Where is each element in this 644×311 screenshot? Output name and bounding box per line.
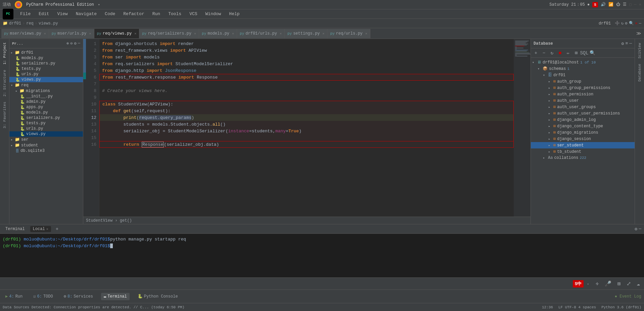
db-django-migrations[interactable]: ▸ ⊞ django_migrations xyxy=(531,129,635,136)
tree-item-apps[interactable]: 🐍 apps.py xyxy=(9,104,83,110)
tab-close-icon[interactable]: ✕ xyxy=(232,32,234,36)
menu-window[interactable]: Window xyxy=(204,11,223,17)
db-django-session[interactable]: ▸ ⊞ django_session xyxy=(531,136,635,142)
tab-settings[interactable]: py settings.py ✕ xyxy=(285,29,327,38)
tree-item-migrations[interactable]: ▸ 📁 migrations xyxy=(9,88,83,94)
breadcrumb-file[interactable]: views.py xyxy=(39,21,58,26)
status-encoding[interactable]: LF UTF-8 4 spaces xyxy=(558,305,596,309)
run-button[interactable]: ▶ 4: Run xyxy=(3,293,25,300)
tab-req-urls[interactable]: py req/urls.py ✕ xyxy=(327,29,370,38)
db-stop-btn[interactable]: ■ xyxy=(556,49,564,57)
db-auth-user[interactable]: ▸ ⊞ auth_user xyxy=(531,97,635,104)
db-sql-btn[interactable]: SQL xyxy=(581,49,588,57)
tab-close-icon[interactable]: ✕ xyxy=(46,227,48,231)
network-icon[interactable]: 📶 xyxy=(608,2,613,7)
event-log[interactable]: ● Event Log xyxy=(615,294,641,299)
tab-close-icon[interactable]: ✕ xyxy=(89,32,91,36)
db-settings-icon[interactable]: ⚙ xyxy=(625,21,627,26)
services-button[interactable]: ⚙ 8: Services xyxy=(61,293,96,300)
activities-label[interactable]: 活动 xyxy=(3,2,11,7)
tree-item-student[interactable]: ▸ 📁 student xyxy=(9,142,83,148)
chevron-down-icon[interactable]: ▾ xyxy=(98,3,100,7)
db-add-icon[interactable]: ➕ xyxy=(615,21,620,26)
local-tab[interactable]: Local ✕ xyxy=(30,226,51,232)
tree-item-init[interactable]: 🐍 __init__.py xyxy=(9,94,83,99)
editor-content[interactable]: 1 2 3 4 5 6 7 8 9 10 11 12 13 14 15 16 xyxy=(83,39,531,217)
tree-item-tests-req[interactable]: 🐍 tests.py xyxy=(9,121,83,126)
db-collations[interactable]: ▸ Aa collations 222 xyxy=(531,155,635,161)
terminal-settings-icon[interactable]: ⚙ xyxy=(635,226,637,232)
menu-help[interactable]: Help xyxy=(228,11,241,17)
db-drf01-item[interactable]: ▾ 🗄 drf01 xyxy=(531,72,635,78)
db-refresh-btn[interactable]: ↻ xyxy=(548,49,556,57)
db-ser-student[interactable]: ▸ ⊞ ser_student xyxy=(531,142,635,148)
db-refresh-icon[interactable]: ↻ xyxy=(621,21,624,26)
tree-item-urls-top[interactable]: 🐍 urls.py xyxy=(9,72,83,77)
power-icon[interactable]: ⏻ xyxy=(616,2,620,7)
tab-req-serializers[interactable]: py req/serializers.py ✕ xyxy=(139,29,199,38)
menu-icon[interactable]: ☰ xyxy=(623,2,627,7)
menu-view[interactable]: View xyxy=(56,11,69,17)
menu-edit[interactable]: Edit xyxy=(37,11,50,17)
tree-item-serializers-top[interactable]: 🐍 serializers.py xyxy=(9,61,83,66)
menu-vcs[interactable]: VCS xyxy=(188,11,198,17)
tree-item-urls-req[interactable]: 🐍 urls.py xyxy=(9,126,83,131)
sciview-tab[interactable]: SciView xyxy=(636,40,643,61)
status-python[interactable]: Python 3.6 (drf01) xyxy=(601,305,641,309)
tab-project[interactable]: 1: Project xyxy=(2,40,7,66)
tree-item-models-req[interactable]: 🐍 models.py xyxy=(9,110,83,115)
breadcrumb-req[interactable]: req xyxy=(26,21,34,26)
db-auth-perm[interactable]: ▸ ⊞ auth_permission xyxy=(531,91,635,97)
tab-close-icon[interactable]: ✕ xyxy=(322,32,324,36)
menu-code[interactable]: Code xyxy=(103,11,117,17)
tab-close-icon[interactable]: ✕ xyxy=(44,32,46,36)
db-django-admin-log[interactable]: ▸ ⊞ django_admin_log xyxy=(531,117,635,123)
tree-item-drf01[interactable]: ▸ 📁 drf01 xyxy=(9,50,83,55)
db-table-btn[interactable]: ⊞ xyxy=(572,49,580,57)
tab-models[interactable]: py models.py ✕ xyxy=(199,29,237,38)
db-minus-btn[interactable]: − xyxy=(540,49,548,57)
tab-mser-views[interactable]: py mser/views.py ✕ xyxy=(1,29,49,38)
code-lines[interactable]: from django.shortcuts import render from… xyxy=(99,39,514,217)
terminal-content[interactable]: (drf01) moluo@ubuntu:~/Desktop/drf/drf01… xyxy=(0,234,644,277)
db-django-content-type[interactable]: ▸ ⊞ django_content_type xyxy=(531,123,635,129)
db-filter2-icon[interactable]: ≡ xyxy=(625,41,628,46)
menu-run[interactable]: Run xyxy=(151,11,162,17)
terminal-tab[interactable]: Terminal xyxy=(3,226,28,232)
editor-scroll-indicator[interactable] xyxy=(514,39,531,217)
tab-drf01-urls[interactable]: py drf01/urls.py ✕ xyxy=(237,29,285,38)
panel-action-minimize[interactable]: ─ xyxy=(78,41,80,46)
db-filter-btn[interactable]: 🔍 xyxy=(589,49,596,57)
menu-tools[interactable]: Tools xyxy=(167,11,183,17)
sogou-icon[interactable]: S xyxy=(592,2,598,7)
db-minimize-icon[interactable]: ─ xyxy=(639,21,641,26)
tab-close-icon[interactable]: ✕ xyxy=(134,32,136,36)
db-auth-group-perm[interactable]: ▸ ⊞ auth_group_permissions xyxy=(531,85,635,91)
db-edit-btn[interactable]: ✏ xyxy=(564,49,572,57)
db-auth-group[interactable]: ▸ ⊞ auth_group xyxy=(531,78,635,85)
terminal-minimize-icon[interactable]: ─ xyxy=(639,226,641,232)
tree-item-tests-top[interactable]: 🐍 tests.py xyxy=(9,66,83,72)
tab-req-views[interactable]: py req/views.py ✕ xyxy=(94,29,140,38)
status-time[interactable]: 12:36 xyxy=(542,305,553,309)
tree-item-admin[interactable]: 🐍 admin.py xyxy=(9,99,83,104)
database-tab[interactable]: Database xyxy=(636,61,643,84)
db-close-icon[interactable]: ✕ xyxy=(635,21,638,26)
db-minimize2-icon[interactable]: ─ xyxy=(629,41,632,46)
tab-favorites[interactable]: 3: Favorites xyxy=(2,100,7,130)
db-auth-user-perm[interactable]: ▸ ⊞ auth_user_user_permissions xyxy=(531,110,635,117)
db-host-item[interactable]: ▾ 🖥 drf01@localhost 1 of 10 xyxy=(531,59,635,65)
tree-item-req-folder[interactable]: ▾ 📁 req xyxy=(9,82,83,88)
breadcrumb-root[interactable]: 📁 xyxy=(3,21,8,26)
panel-action-expand[interactable]: ⊕ xyxy=(66,41,69,46)
db-filter-icon[interactable]: 🔍 xyxy=(629,21,634,26)
db-add-btn[interactable]: + xyxy=(532,49,540,57)
tab-structure[interactable]: 2: Structure xyxy=(2,68,7,98)
tree-item-serializers-req[interactable]: 🐍 serializers.py xyxy=(9,115,83,121)
menu-refactor[interactable]: Refactor xyxy=(122,11,145,17)
menu-file[interactable]: File xyxy=(19,11,32,17)
tree-item-views-req[interactable]: 🐍 views.py xyxy=(9,131,83,137)
panel-action-collapse[interactable]: ⊖ xyxy=(70,41,73,46)
db-tb-student[interactable]: ▸ ⊞ tb_student xyxy=(531,148,635,155)
tree-item-ser[interactable]: ▸ 📁 ser xyxy=(9,137,83,142)
